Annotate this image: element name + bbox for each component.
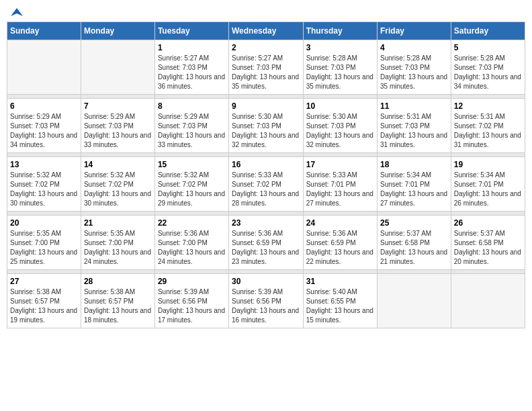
calendar-cell: 10Sunrise: 5:30 AMSunset: 7:03 PMDayligh…: [303, 99, 377, 153]
day-info: Sunrise: 5:36 AMSunset: 6:59 PMDaylight:…: [232, 229, 300, 267]
day-number: 17: [306, 160, 374, 169]
day-info: Sunrise: 5:37 AMSunset: 6:58 PMDaylight:…: [380, 229, 448, 267]
day-number: 8: [158, 101, 226, 111]
calendar-cell: 17Sunrise: 5:33 AMSunset: 7:01 PMDayligh…: [303, 157, 377, 212]
calendar-cell: 26Sunrise: 5:37 AMSunset: 6:58 PMDayligh…: [451, 216, 525, 270]
day-number: 16: [232, 160, 300, 169]
calendar-cell: 13Sunrise: 5:32 AMSunset: 7:02 PMDayligh…: [7, 157, 81, 212]
svg-marker-0: [11, 8, 23, 16]
day-info: Sunrise: 5:37 AMSunset: 6:58 PMDaylight:…: [454, 229, 522, 267]
calendar-cell: 18Sunrise: 5:34 AMSunset: 7:01 PMDayligh…: [377, 157, 451, 212]
day-number: 13: [10, 160, 78, 169]
day-info: Sunrise: 5:31 AMSunset: 7:02 PMDaylight:…: [454, 112, 522, 150]
day-info: Sunrise: 5:36 AMSunset: 6:59 PMDaylight:…: [306, 229, 374, 267]
day-info: Sunrise: 5:35 AMSunset: 7:00 PMDaylight:…: [84, 229, 152, 267]
calendar-cell: [7, 40, 81, 95]
day-number: 28: [84, 277, 152, 286]
day-info: Sunrise: 5:27 AMSunset: 7:03 PMDaylight:…: [232, 54, 300, 91]
day-info: Sunrise: 5:38 AMSunset: 6:57 PMDaylight:…: [84, 287, 152, 325]
day-number: 27: [10, 277, 78, 286]
day-number: 25: [380, 218, 448, 228]
day-number: 2: [232, 43, 300, 52]
day-number: 3: [306, 43, 374, 52]
calendar-cell: 16Sunrise: 5:33 AMSunset: 7:02 PMDayligh…: [228, 157, 303, 212]
day-number: 6: [10, 101, 78, 111]
day-info: Sunrise: 5:28 AMSunset: 7:03 PMDaylight:…: [306, 54, 374, 91]
calendar-cell: 19Sunrise: 5:34 AMSunset: 7:01 PMDayligh…: [451, 157, 525, 212]
day-number: 30: [232, 277, 300, 286]
calendar-cell: 29Sunrise: 5:39 AMSunset: 6:56 PMDayligh…: [154, 274, 228, 328]
day-number: 9: [232, 101, 300, 111]
header-friday: Friday: [377, 22, 451, 40]
calendar-cell: [81, 40, 154, 95]
day-info: Sunrise: 5:32 AMSunset: 7:02 PMDaylight:…: [158, 171, 226, 208]
calendar-cell: 4Sunrise: 5:28 AMSunset: 7:03 PMDaylight…: [377, 40, 451, 95]
day-info: Sunrise: 5:30 AMSunset: 7:03 PMDaylight:…: [232, 112, 300, 150]
calendar-cell: 11Sunrise: 5:31 AMSunset: 7:03 PMDayligh…: [377, 99, 451, 153]
day-number: 29: [158, 277, 226, 286]
day-number: 18: [380, 160, 448, 169]
day-info: Sunrise: 5:29 AMSunset: 7:03 PMDaylight:…: [158, 112, 226, 150]
calendar-week-1: 1Sunrise: 5:27 AMSunset: 7:03 PMDaylight…: [7, 40, 525, 95]
day-number: 1: [158, 43, 226, 52]
page-header: [7, 7, 525, 16]
day-number: 15: [158, 160, 226, 169]
logo: [9, 7, 23, 16]
day-info: Sunrise: 5:33 AMSunset: 7:01 PMDaylight:…: [306, 171, 374, 208]
calendar-cell: 8Sunrise: 5:29 AMSunset: 7:03 PMDaylight…: [154, 99, 228, 153]
calendar-cell: 21Sunrise: 5:35 AMSunset: 7:00 PMDayligh…: [81, 216, 154, 270]
day-number: 31: [306, 277, 374, 286]
day-info: Sunrise: 5:34 AMSunset: 7:01 PMDaylight:…: [380, 171, 448, 208]
calendar-cell: 1Sunrise: 5:27 AMSunset: 7:03 PMDaylight…: [154, 40, 228, 95]
day-number: 26: [454, 218, 522, 228]
day-number: 5: [454, 43, 522, 52]
calendar-cell: 12Sunrise: 5:31 AMSunset: 7:02 PMDayligh…: [451, 99, 525, 153]
day-info: Sunrise: 5:30 AMSunset: 7:03 PMDaylight:…: [306, 112, 374, 150]
day-info: Sunrise: 5:27 AMSunset: 7:03 PMDaylight:…: [158, 54, 226, 91]
day-info: Sunrise: 5:29 AMSunset: 7:03 PMDaylight:…: [10, 112, 78, 150]
calendar-cell: 25Sunrise: 5:37 AMSunset: 6:58 PMDayligh…: [377, 216, 451, 270]
day-number: 4: [380, 43, 448, 52]
day-number: 19: [454, 160, 522, 169]
day-info: Sunrise: 5:39 AMSunset: 6:56 PMDaylight:…: [158, 287, 226, 325]
day-number: 21: [84, 218, 152, 228]
calendar-header-row: SundayMondayTuesdayWednesdayThursdayFrid…: [7, 22, 525, 40]
day-number: 24: [306, 218, 374, 228]
day-number: 12: [454, 101, 522, 111]
calendar-week-4: 20Sunrise: 5:35 AMSunset: 7:00 PMDayligh…: [7, 216, 525, 270]
calendar-cell: 24Sunrise: 5:36 AMSunset: 6:59 PMDayligh…: [303, 216, 377, 270]
calendar-cell: 9Sunrise: 5:30 AMSunset: 7:03 PMDaylight…: [228, 99, 303, 153]
day-info: Sunrise: 5:38 AMSunset: 6:57 PMDaylight:…: [10, 287, 78, 325]
calendar-cell: 20Sunrise: 5:35 AMSunset: 7:00 PMDayligh…: [7, 216, 81, 270]
header-sunday: Sunday: [7, 22, 81, 40]
header-thursday: Thursday: [303, 22, 377, 40]
calendar-cell: [451, 274, 525, 328]
day-number: 10: [306, 101, 374, 111]
day-info: Sunrise: 5:32 AMSunset: 7:02 PMDaylight:…: [84, 171, 152, 208]
day-info: Sunrise: 5:28 AMSunset: 7:03 PMDaylight:…: [380, 54, 448, 91]
header-monday: Monday: [81, 22, 154, 40]
day-info: Sunrise: 5:35 AMSunset: 7:00 PMDaylight:…: [10, 229, 78, 267]
day-info: Sunrise: 5:31 AMSunset: 7:03 PMDaylight:…: [380, 112, 448, 150]
calendar-week-3: 13Sunrise: 5:32 AMSunset: 7:02 PMDayligh…: [7, 157, 525, 212]
calendar-cell: 22Sunrise: 5:36 AMSunset: 7:00 PMDayligh…: [154, 216, 228, 270]
calendar-week-2: 6Sunrise: 5:29 AMSunset: 7:03 PMDaylight…: [7, 99, 525, 153]
calendar-cell: 15Sunrise: 5:32 AMSunset: 7:02 PMDayligh…: [154, 157, 228, 212]
day-info: Sunrise: 5:34 AMSunset: 7:01 PMDaylight:…: [454, 171, 522, 208]
calendar-table: SundayMondayTuesdayWednesdayThursdayFrid…: [7, 21, 525, 328]
header-saturday: Saturday: [451, 22, 525, 40]
calendar-cell: 5Sunrise: 5:28 AMSunset: 7:03 PMDaylight…: [451, 40, 525, 95]
calendar-cell: 3Sunrise: 5:28 AMSunset: 7:03 PMDaylight…: [303, 40, 377, 95]
calendar-cell: 28Sunrise: 5:38 AMSunset: 6:57 PMDayligh…: [81, 274, 154, 328]
calendar-week-5: 27Sunrise: 5:38 AMSunset: 6:57 PMDayligh…: [7, 274, 525, 328]
calendar-cell: 14Sunrise: 5:32 AMSunset: 7:02 PMDayligh…: [81, 157, 154, 212]
calendar-cell: 23Sunrise: 5:36 AMSunset: 6:59 PMDayligh…: [228, 216, 303, 270]
day-number: 20: [10, 218, 78, 228]
day-info: Sunrise: 5:39 AMSunset: 6:56 PMDaylight:…: [232, 287, 300, 325]
day-number: 14: [84, 160, 152, 169]
header-tuesday: Tuesday: [154, 22, 228, 40]
calendar-cell: 7Sunrise: 5:29 AMSunset: 7:03 PMDaylight…: [81, 99, 154, 153]
day-info: Sunrise: 5:33 AMSunset: 7:02 PMDaylight:…: [232, 171, 300, 208]
header-wednesday: Wednesday: [228, 22, 303, 40]
calendar-cell: 6Sunrise: 5:29 AMSunset: 7:03 PMDaylight…: [7, 99, 81, 153]
